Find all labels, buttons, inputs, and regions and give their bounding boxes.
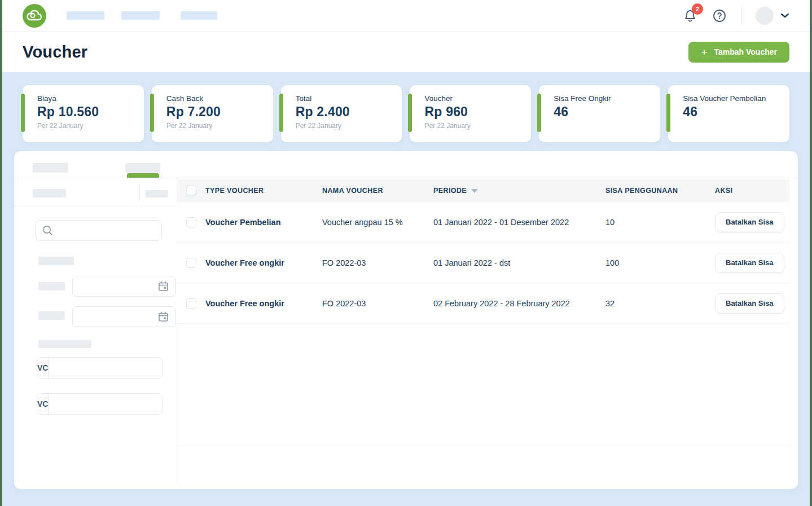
row-checkbox[interactable]: [186, 258, 196, 268]
table-row: Voucher Free ongkir FO 2022-03 01 Januar…: [177, 243, 789, 283]
calendar-icon: [158, 311, 169, 322]
card-value: 46: [683, 104, 789, 120]
stat-card: Sisa Free Ongkir 46: [539, 85, 660, 142]
cell-periode: 01 Januari 2022 - dst: [433, 258, 605, 267]
card-subtitle: Per 22 January: [37, 122, 144, 130]
tabs-divider: [14, 178, 798, 178]
cell-nama-voucher: FO 2022-03: [322, 299, 433, 308]
header-checkbox-cell: [177, 186, 205, 196]
card-label: Voucher: [424, 94, 531, 103]
card-label: Total: [296, 94, 402, 103]
notifications-button[interactable]: 2: [683, 8, 697, 23]
card-value: Rp 960: [424, 104, 531, 120]
card-label: Sisa Free Ongkir: [554, 94, 660, 103]
batalkan-sisa-button[interactable]: Batalkan Sisa: [715, 212, 784, 232]
user-avatar[interactable]: [756, 7, 774, 25]
batalkan-sisa-button[interactable]: Batalkan Sisa: [715, 293, 784, 314]
card-value: 46: [554, 104, 660, 120]
nav-item-placeholder-3[interactable]: [181, 11, 217, 20]
cloud-icon: [26, 9, 43, 23]
question-mark-icon: [713, 9, 726, 23]
table-header-row: TYPE VOUCHER NAMA VOUCHER PERIODE SISA P…: [177, 179, 789, 202]
voucher-code-input-2: VC: [37, 393, 163, 415]
table-row: Voucher Free ongkir FO 2022-03 02 Februa…: [177, 283, 789, 324]
card-subtitle: Per 22 January: [424, 122, 531, 130]
voucher-table: TYPE VOUCHER NAMA VOUCHER PERIODE SISA P…: [177, 179, 789, 324]
header-sisa-penggunaan: SISA PENGGUNAAN: [605, 187, 715, 195]
row-checkbox[interactable]: [186, 298, 196, 309]
search-input[interactable]: [36, 220, 162, 241]
sidebar-section-label-placeholder: [38, 257, 74, 265]
batalkan-sisa-button[interactable]: Batalkan Sisa: [715, 253, 784, 273]
stat-card: Biaya Rp 10.560 Per 22 January: [23, 85, 144, 142]
select-all-checkbox[interactable]: [186, 186, 196, 196]
voucher-code-field-2[interactable]: [49, 394, 162, 414]
cell-periode: 01 Januari 2022 - 01 Desember 2022: [433, 218, 605, 227]
card-subtitle: Per 22 January: [166, 122, 273, 130]
header-type-voucher: TYPE VOUCHER: [205, 187, 322, 195]
row-checkbox-cell: [177, 217, 205, 227]
table-footer-divider: [177, 446, 789, 446]
filter-action-placeholder[interactable]: [146, 190, 168, 197]
cell-periode: 02 February 2022 - 28 February 2022: [433, 299, 605, 308]
page-title: Voucher: [23, 43, 87, 61]
window-edge-left: [0, 0, 2, 506]
header-nama-voucher: NAMA VOUCHER: [322, 187, 433, 195]
tab-placeholder-2-active[interactable]: [125, 163, 160, 173]
voucher-code-section-label-placeholder: [38, 340, 91, 348]
tambah-voucher-button[interactable]: + Tambah Voucher: [688, 42, 789, 63]
chevron-down-icon: [780, 13, 789, 19]
card-value: Rp 7.200: [166, 104, 273, 120]
tab-placeholder-1[interactable]: [33, 163, 68, 173]
date-from-label-placeholder: [38, 282, 65, 291]
nav-item-placeholder-2[interactable]: [121, 11, 160, 20]
cell-type-voucher: Voucher Free ongkir: [205, 299, 322, 308]
cell-aksi: Batalkan Sisa: [715, 253, 789, 273]
card-label: Cash Back: [166, 94, 273, 103]
stat-card: Cash Back Rp 7.200 Per 22 January: [152, 85, 273, 142]
active-tab-indicator: [127, 173, 159, 178]
user-menu-toggle[interactable]: [780, 13, 789, 19]
date-from-input[interactable]: [72, 276, 176, 297]
card-accent-bar: [21, 94, 25, 132]
window-edge-right: [810, 0, 812, 506]
card-label: Biaya: [37, 94, 144, 103]
card-accent-bar: [408, 94, 412, 132]
card-value: Rp 10.560: [37, 104, 144, 120]
header-periode: PERIODE: [433, 187, 605, 195]
date-to-input[interactable]: [72, 306, 176, 327]
header-aksi: AKSI: [715, 187, 789, 195]
nav-item-placeholder-1[interactable]: [67, 11, 104, 20]
cell-type-voucher: Voucher Pembelian: [205, 218, 322, 227]
notification-count-badge: 2: [692, 3, 703, 15]
tambah-voucher-label: Tambah Voucher: [714, 47, 777, 56]
voucher-code-prefix: VC: [37, 394, 49, 414]
sidebar-top-divider: [14, 206, 177, 206]
search-icon: [42, 225, 54, 236]
stat-card: Sisa Voucher Pembelian 46: [668, 85, 789, 142]
cell-nama-voucher: FO 2022-03: [322, 258, 433, 267]
date-to-label-placeholder: [38, 311, 65, 320]
row-checkbox[interactable]: [186, 217, 196, 227]
cell-sisa-penggunaan: 10: [605, 218, 715, 227]
card-subtitle: [683, 122, 789, 130]
card-accent-bar: [150, 94, 154, 132]
stats-cards-row: Biaya Rp 10.560 Per 22 January Cash Back…: [23, 85, 789, 142]
cell-sisa-penggunaan: 100: [605, 258, 715, 267]
card-accent-bar: [279, 94, 283, 132]
table-row: Voucher Pembelian Voucher angpau 15 % 01…: [177, 202, 789, 243]
cell-type-voucher: Voucher Free ongkir: [205, 258, 322, 267]
voucher-code-input-1: VC: [37, 357, 163, 379]
app-logo[interactable]: [23, 4, 46, 28]
cell-aksi: Batalkan Sisa: [715, 293, 789, 314]
cell-nama-voucher: Voucher angpau 15 %: [322, 218, 433, 227]
cell-aksi: Batalkan Sisa: [715, 212, 789, 232]
card-subtitle: Per 22 January: [296, 122, 402, 130]
voucher-code-field-1[interactable]: [49, 358, 162, 378]
filter-divider: [139, 184, 140, 201]
calendar-icon: [158, 281, 169, 292]
header-periode-label: PERIODE: [433, 187, 467, 195]
help-button[interactable]: [712, 8, 727, 23]
row-checkbox-cell: [177, 258, 205, 268]
sort-descending-icon[interactable]: [471, 189, 478, 193]
